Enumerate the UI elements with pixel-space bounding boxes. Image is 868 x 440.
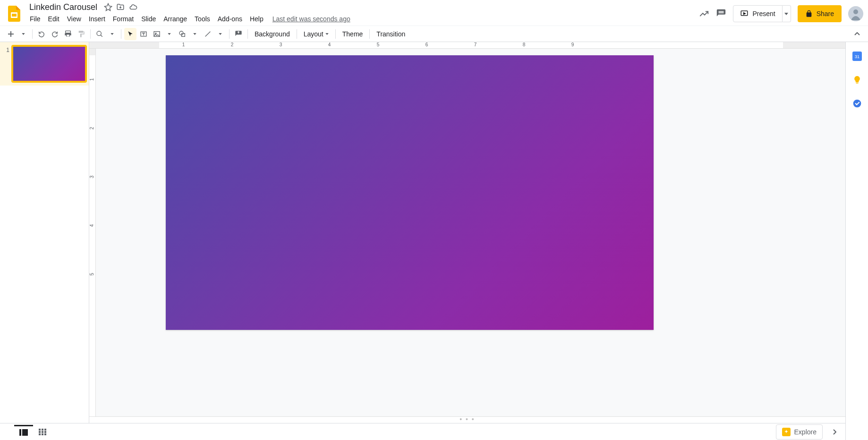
svg-point-8 [155,33,156,34]
theme-button[interactable]: Theme [339,28,367,40]
explore-label: Explore [794,428,817,436]
canvas-viewport[interactable] [96,49,845,416]
document-title[interactable]: Linkedin Carousel [26,1,100,13]
drag-dots-icon: • • • [460,418,475,421]
textbox-tool[interactable] [137,28,150,40]
svg-rect-17 [39,429,41,431]
collapse-toolbar-button[interactable] [851,28,863,40]
cloud-status-icon[interactable] [128,3,138,11]
menu-edit[interactable]: Edit [45,13,63,25]
svg-rect-24 [42,433,43,435]
svg-rect-19 [44,429,46,431]
present-dropdown[interactable] [783,5,791,22]
menu-arrange[interactable]: Arrange [160,13,190,25]
undo-button[interactable] [35,28,48,40]
svg-rect-21 [42,431,43,433]
side-panel: 31 [845,42,868,440]
svg-rect-18 [42,429,43,431]
image-dropdown[interactable] [163,28,175,40]
image-tool[interactable] [151,28,163,40]
filmstrip-view-button[interactable] [14,425,33,439]
filmstrip[interactable]: 1 [0,42,89,440]
svg-rect-22 [44,431,46,433]
svg-rect-20 [39,431,41,433]
redo-button[interactable] [49,28,61,40]
svg-rect-16 [22,429,28,436]
layout-button[interactable]: Layout [300,28,332,40]
menu-tools[interactable]: Tools [191,13,213,25]
menu-view[interactable]: View [64,13,85,25]
comments-icon[interactable] [716,9,726,19]
line-dropdown[interactable] [214,28,226,40]
menu-help[interactable]: Help [247,13,267,25]
slide-canvas[interactable] [166,55,654,330]
select-tool[interactable] [124,28,136,40]
svg-rect-25 [44,433,46,435]
explore-button[interactable]: Explore [776,424,823,440]
notes-splitter[interactable]: • • • [89,416,845,421]
last-edit-link[interactable]: Last edit was seconds ago [272,15,350,23]
main-area: 1 123456789 12345 • • • Clic [0,42,868,440]
keep-addon-icon[interactable] [852,75,862,85]
transition-button[interactable]: Transition [373,28,409,40]
svg-rect-23 [39,433,41,435]
menu-addons[interactable]: Add-ons [214,13,246,25]
header-actions: Present Share [699,5,863,22]
grid-view-button[interactable] [33,425,52,439]
zoom-dropdown[interactable] [106,28,118,40]
tasks-addon-icon[interactable] [852,99,862,108]
menu-slide[interactable]: Slide [138,13,159,25]
slide-number: 1 [3,46,12,82]
shape-tool[interactable] [176,28,188,40]
paint-format-button[interactable] [75,28,87,40]
slide-thumb-wrap: 1 [0,42,89,86]
svg-point-4 [853,9,858,14]
title-area: Linkedin Carousel File Edit View Insert … [26,2,699,26]
menu-format[interactable]: Format [110,13,137,25]
svg-rect-1 [12,14,17,17]
share-button[interactable]: Share [798,5,842,22]
svg-point-14 [853,100,861,108]
calendar-addon-icon[interactable]: 31 [852,52,862,61]
user-avatar[interactable] [848,6,863,21]
activity-icon[interactable] [699,9,709,19]
present-button[interactable]: Present [733,5,782,22]
footer: Explore [0,423,845,440]
new-slide-button[interactable] [5,28,17,40]
svg-rect-15 [19,429,21,436]
slide-thumbnail[interactable] [12,46,86,82]
expand-sidepanel-button[interactable] [827,425,842,439]
vertical-ruler[interactable]: 12345 [89,49,96,416]
move-folder-icon[interactable] [116,3,125,11]
view-toggle [14,425,52,439]
zoom-button[interactable] [94,28,106,40]
menu-insert[interactable]: Insert [85,13,109,25]
explore-icon [782,428,791,436]
present-label: Present [752,10,775,17]
print-button[interactable] [62,28,74,40]
star-icon[interactable] [104,3,112,11]
menu-bar: File Edit View Insert Format Slide Arran… [26,12,699,26]
menu-file[interactable]: File [26,13,44,25]
background-button[interactable]: Background [251,28,294,40]
app-header: Linkedin Carousel File Edit View Insert … [0,0,868,26]
svg-rect-13 [856,83,858,84]
line-tool[interactable] [202,28,214,40]
share-label: Share [817,10,834,17]
new-slide-dropdown[interactable] [17,28,29,40]
editor-area: 123456789 12345 • • • Click to add speak… [89,42,845,440]
svg-text:31: 31 [854,54,859,59]
toolbar: Background Layout Theme Transition [0,26,868,42]
horizontal-ruler[interactable]: 123456789 [89,42,845,49]
slides-logo[interactable] [5,4,24,23]
insert-comment-button[interactable] [232,28,245,40]
shape-dropdown[interactable] [188,28,201,40]
